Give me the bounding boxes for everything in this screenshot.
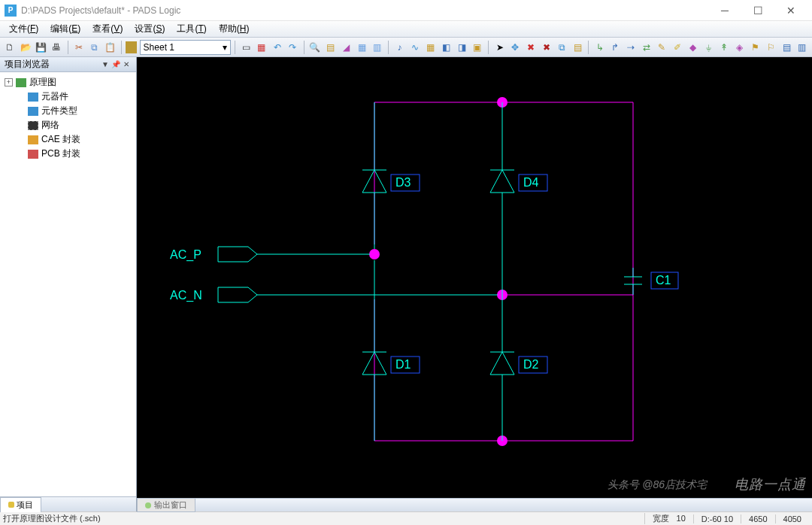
tree-label: 元器件: [41, 90, 68, 103]
part-types-icon: [28, 107, 38, 116]
sidebar-tab-label: 项目: [17, 499, 33, 511]
part-c1-label: C1: [656, 274, 671, 287]
route2-icon[interactable]: ⇄: [639, 40, 653, 55]
paste-icon[interactable]: 📋: [103, 40, 117, 55]
svg-marker-23: [490, 352, 514, 375]
tree-label: 网络: [41, 119, 59, 132]
close-button[interactable]: ✕: [774, 0, 807, 21]
toolbar-separator: [488, 41, 489, 54]
tree-item-schematic[interactable]: + 原理图: [2, 75, 135, 90]
print-icon[interactable]: 🖶: [50, 40, 64, 55]
menu-file[interactable]: 文件(F): [3, 21, 44, 37]
status-width: 宽度 10: [644, 513, 692, 524]
project-browser-title-bar: 项目浏览器 ▼ 📌 ✕: [0, 57, 136, 72]
report-b-icon[interactable]: ▥: [795, 40, 809, 55]
bus-route-icon[interactable]: ↱: [608, 40, 623, 55]
delete-icon[interactable]: ✖: [524, 40, 538, 55]
grid-icon[interactable]: ▦: [355, 40, 369, 55]
toolbar-separator: [121, 41, 122, 54]
svg-marker-15: [490, 170, 514, 193]
status-x: 4650: [741, 514, 774, 523]
layer-icon[interactable]: ▤: [323, 40, 338, 55]
select-tool-icon[interactable]: ▦: [255, 40, 269, 55]
window-title: D:\PADS Projects\default* - PADS Logic: [21, 5, 708, 16]
output-window-tab[interactable]: 输出窗口: [137, 498, 195, 512]
menu-tools[interactable]: 工具(T): [171, 21, 212, 37]
status-bar: 打开原理图设计文件 (.sch) 宽度 10 D:-60 10 4650 405…: [0, 511, 812, 525]
netlist-icon[interactable]: ▦: [423, 40, 438, 55]
part-d2-label: D2: [523, 358, 539, 371]
bus-route2-icon[interactable]: ⇢: [624, 40, 638, 55]
sidebar-tab-strip: 项目: [0, 496, 136, 511]
schematic-canvas[interactable]: AC_P AC_N D3 D4 D1 D2 C1 电路一点通 头条号 @86店技…: [137, 57, 812, 498]
offpage-icon[interactable]: ◈: [733, 40, 747, 55]
nets-icon: [28, 121, 38, 130]
resolve-icon[interactable]: ▣: [471, 40, 485, 55]
tree-item-components[interactable]: 元器件: [2, 90, 135, 104]
save-file-icon[interactable]: 💾: [34, 40, 48, 55]
minimize-button[interactable]: ─: [708, 0, 741, 21]
ground-icon[interactable]: ⏚: [701, 40, 716, 55]
undo-icon[interactable]: ↶: [270, 40, 284, 55]
copy-icon[interactable]: ⧉: [87, 40, 102, 55]
pointer-icon[interactable]: ➤: [492, 40, 507, 55]
main-toolbar: 🗋 📂 💾 🖶 ✂ ⧉ 📋 Sheet 1 ▾ ▭ ▦ ↶ ↷ 🔍 ▤ ◢ ▦ …: [0, 38, 812, 57]
tree-label: 原理图: [29, 76, 56, 89]
report-a-icon[interactable]: ▤: [780, 40, 794, 55]
cursor-tool-icon[interactable]: ▭: [239, 40, 253, 55]
output-indicator-icon: [145, 502, 151, 508]
new-file-icon[interactable]: 🗋: [3, 40, 17, 55]
project-tree[interactable]: + 原理图 元器件 元件类型 网络 CAE 封: [0, 72, 136, 496]
pin-icon[interactable]: ◧: [439, 40, 453, 55]
dropdown-icon[interactable]: ▼: [100, 60, 111, 68]
menu-help[interactable]: 帮助(H): [213, 21, 256, 37]
status-delta: D:-60 10: [693, 514, 741, 523]
sheet-icon: [126, 41, 137, 53]
zoom-icon[interactable]: 🔍: [308, 40, 323, 55]
toolbar-separator: [68, 41, 68, 54]
tree-item-nets[interactable]: 网络: [2, 118, 135, 132]
tree-item-pcb-decal[interactable]: PCB 封装: [2, 147, 135, 161]
wave-icon[interactable]: ∿: [408, 40, 423, 55]
open-file-icon[interactable]: 📂: [19, 40, 33, 55]
menu-view[interactable]: 查看(V): [86, 21, 129, 37]
tree-label: CAE 封装: [41, 133, 80, 146]
svg-marker-30: [218, 247, 257, 262]
delete-red-icon[interactable]: ✖: [539, 40, 553, 55]
close-panel-icon[interactable]: ✕: [121, 60, 132, 68]
redo-icon[interactable]: ↷: [286, 40, 300, 55]
toolbar-separator: [588, 41, 589, 54]
menu-setup[interactable]: 设置(S): [129, 21, 171, 37]
menu-edit[interactable]: 编辑(E): [44, 21, 86, 37]
toolbar-separator: [235, 41, 235, 54]
power-icon[interactable]: ↟: [717, 40, 732, 55]
sidebar-tab-project[interactable]: 项目: [0, 497, 41, 512]
tool-c-icon[interactable]: ◆: [686, 40, 701, 55]
part-d3-label: D3: [395, 176, 411, 189]
flag-a-icon[interactable]: ⚑: [748, 40, 762, 55]
pin2-icon[interactable]: ◨: [455, 40, 469, 55]
tool-b-icon[interactable]: ✐: [671, 40, 685, 55]
pcb-decal-icon: [28, 150, 38, 159]
pin-icon[interactable]: 📌: [111, 60, 121, 68]
expand-icon[interactable]: +: [5, 78, 13, 86]
sheet-selected-label: Sheet 1: [144, 42, 174, 53]
cut-icon[interactable]: ✂: [72, 40, 86, 55]
net-ac-n-label: AC_N: [170, 289, 202, 302]
duplicate-icon[interactable]: ⧉: [555, 40, 569, 55]
bus-icon[interactable]: ♪: [392, 40, 407, 55]
maximize-button[interactable]: ☐: [741, 0, 774, 21]
library-icon[interactable]: ▤: [571, 40, 585, 55]
route-icon[interactable]: ↳: [592, 40, 607, 55]
tree-item-part-types[interactable]: 元件类型: [2, 104, 135, 118]
schematic-drawing: AC_P AC_N D3 D4 D1 D2 C1: [137, 57, 812, 498]
sheet-selector[interactable]: Sheet 1 ▾: [140, 40, 231, 55]
svg-point-7: [369, 249, 380, 259]
grid2-icon[interactable]: ▥: [370, 40, 384, 55]
tree-label: 元件类型: [41, 105, 77, 117]
flag-b-icon[interactable]: ⚐: [764, 40, 778, 55]
move-icon[interactable]: ✥: [508, 40, 523, 55]
tool-a-icon[interactable]: ✎: [655, 40, 669, 55]
tree-item-cae-decal[interactable]: CAE 封装: [2, 132, 135, 147]
highlight-icon[interactable]: ◢: [339, 40, 353, 55]
